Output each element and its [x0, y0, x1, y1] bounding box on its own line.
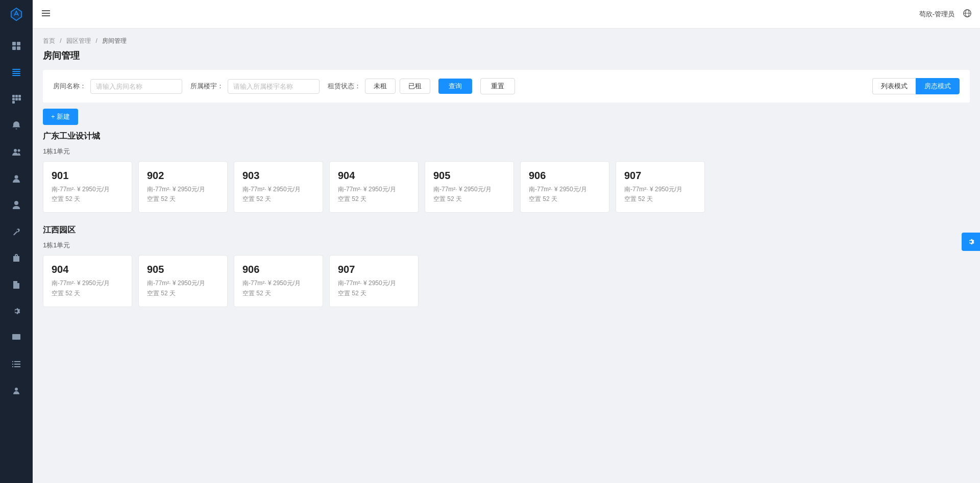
svg-rect-21 — [12, 364, 13, 365]
svg-rect-0 — [12, 42, 16, 45]
svg-rect-27 — [42, 13, 50, 14]
filter-bar: 房间名称： 所属楼宇： 租赁状态： 未租 已租 查询 重置 列表模式 房态模式 — [43, 70, 970, 103]
svg-rect-8 — [12, 95, 15, 97]
room-card[interactable]: 903南-77m²· ¥ 2950元/月空置 52 天 — [234, 161, 323, 213]
room-info: 南-77m²· ¥ 2950元/月空置 52 天 — [338, 278, 410, 298]
menu-toggle-icon[interactable] — [41, 8, 51, 20]
sidebar-item-list[interactable] — [0, 351, 33, 377]
sidebar-item-screen[interactable] — [0, 324, 33, 351]
room-info: 南-77m²· ¥ 2950元/月空置 52 天 — [242, 185, 314, 204]
room-name-input[interactable] — [90, 79, 182, 94]
room-card[interactable]: 906南-77m²· ¥ 2950元/月空置 52 天 — [520, 161, 609, 213]
room-info: 南-77m²· ¥ 2950元/月空置 52 天 — [624, 185, 696, 204]
room-card[interactable]: 907南-77m²· ¥ 2950元/月空置 52 天 — [329, 255, 419, 307]
svg-rect-7 — [12, 75, 20, 76]
status-rented-btn[interactable]: 已租 — [400, 79, 430, 94]
park-title-park1: 广东工业设计城 — [43, 131, 970, 142]
logo[interactable] — [0, 0, 33, 29]
sidebar-item-person2[interactable] — [0, 192, 33, 218]
room-card[interactable]: 901南-77m²· ¥ 2950元/月空置 52 天 — [43, 161, 132, 213]
reset-button[interactable]: 重置 — [480, 78, 515, 94]
room-card[interactable]: 904南-77m²· ¥ 2950元/月空置 52 天 — [43, 255, 132, 307]
sidebar-item-wrench[interactable] — [0, 218, 33, 245]
svg-rect-5 — [12, 71, 20, 72]
new-button[interactable]: + 新建 — [43, 109, 78, 125]
room-info: 南-77m²· ¥ 2950元/月空置 52 天 — [52, 278, 124, 298]
svg-rect-24 — [14, 366, 20, 367]
globe-icon[interactable] — [963, 9, 972, 19]
room-info: 南-77m²· ¥ 2950元/月空置 52 天 — [433, 185, 505, 204]
building-label: 所属楼宇： — [190, 82, 224, 91]
breadcrumb-sep1: / — [60, 37, 61, 44]
breadcrumb: 首页 / 园区管理 / 房间管理 — [43, 37, 970, 45]
page-title: 房间管理 — [43, 49, 970, 62]
room-mode-btn[interactable]: 房态模式 — [916, 78, 960, 94]
sidebar-item-person[interactable] — [0, 165, 33, 192]
sidebar-item-doc[interactable] — [0, 271, 33, 298]
header-left — [41, 8, 51, 20]
room-number: 902 — [147, 170, 219, 182]
parks-container: 广东工业设计城1栋1单元901南-77m²· ¥ 2950元/月空置 52 天9… — [43, 131, 970, 307]
room-card[interactable]: 906南-77m²· ¥ 2950元/月空置 52 天 — [234, 255, 323, 307]
user-name: 苟欣-管理员 — [919, 10, 954, 19]
sidebar-item-table[interactable] — [0, 59, 33, 86]
room-info: 南-77m²· ¥ 2950元/月空置 52 天 — [242, 278, 314, 298]
sidebar-item-user[interactable] — [0, 377, 33, 404]
settings-fab[interactable] — [962, 233, 980, 251]
room-number: 906 — [242, 264, 314, 275]
user-info: 苟欣-管理员 — [919, 10, 954, 19]
svg-rect-13 — [18, 98, 21, 100]
sidebar-item-users[interactable] — [0, 139, 33, 165]
room-card[interactable]: 907南-77m²· ¥ 2950元/月空置 52 天 — [616, 161, 705, 213]
list-mode-btn[interactable]: 列表模式 — [872, 78, 916, 94]
room-card[interactable]: 904南-77m²· ¥ 2950元/月空置 52 天 — [329, 161, 419, 213]
sidebar-item-bell[interactable] — [0, 112, 33, 139]
status-unrented-btn[interactable]: 未租 — [365, 79, 396, 94]
content: 首页 / 园区管理 / 房间管理 房间管理 房间名称： 所属楼宇： 租赁状态： … — [33, 29, 980, 483]
breadcrumb-sep2: / — [95, 37, 97, 44]
svg-point-17 — [15, 175, 18, 179]
room-info: 南-77m²· ¥ 2950元/月空置 52 天 — [52, 185, 124, 204]
sidebar-item-apps[interactable] — [0, 86, 33, 112]
room-card[interactable]: 905南-77m²· ¥ 2950元/月空置 52 天 — [425, 161, 514, 213]
sidebar-item-bag[interactable] — [0, 245, 33, 271]
room-number: 906 — [529, 170, 601, 182]
sidebar-item-settings[interactable] — [0, 298, 33, 324]
svg-rect-23 — [12, 366, 13, 367]
svg-rect-26 — [42, 10, 50, 11]
svg-rect-11 — [12, 98, 15, 100]
sidebar-nav — [0, 29, 33, 483]
svg-rect-10 — [18, 95, 21, 97]
unit-label-unit1: 1栋1单元 — [43, 147, 970, 156]
rental-status-filter: 租赁状态： 未租 已租 — [328, 79, 430, 94]
building-filter: 所属楼宇： — [190, 79, 320, 94]
svg-rect-3 — [17, 46, 20, 50]
main-wrapper: 苟欣-管理员 首页 / 园区管理 / 房间管理 房间管理 房间名称： 所属楼宇： — [33, 0, 980, 483]
building-input[interactable] — [228, 79, 320, 94]
park-section-park1: 广东工业设计城1栋1单元901南-77m²· ¥ 2950元/月空置 52 天9… — [43, 131, 970, 213]
sidebar-item-dashboard[interactable] — [0, 33, 33, 59]
toolbar: + 新建 — [43, 109, 970, 125]
room-number: 907 — [624, 170, 696, 182]
svg-rect-4 — [12, 69, 20, 70]
breadcrumb-home[interactable]: 首页 — [43, 37, 55, 44]
svg-rect-20 — [14, 361, 20, 362]
room-name-label: 房间名称： — [53, 82, 86, 91]
room-number: 905 — [147, 264, 219, 275]
rental-status-buttons: 未租 已租 — [365, 79, 430, 94]
unit-label-unit2: 1栋1单元 — [43, 241, 970, 250]
view-toggle: 列表模式 房态模式 — [872, 78, 960, 94]
top-header: 苟欣-管理员 — [33, 0, 980, 29]
room-card[interactable]: 902南-77m²· ¥ 2950元/月空置 52 天 — [138, 161, 228, 213]
sidebar — [0, 0, 33, 483]
svg-rect-12 — [15, 98, 18, 100]
breadcrumb-parent[interactable]: 园区管理 — [66, 37, 91, 44]
room-info: 南-77m²· ¥ 2950元/月空置 52 天 — [529, 185, 601, 204]
room-number: 901 — [52, 170, 124, 182]
room-card[interactable]: 905南-77m²· ¥ 2950元/月空置 52 天 — [138, 255, 228, 307]
query-button[interactable]: 查询 — [438, 79, 472, 94]
room-number: 905 — [433, 170, 505, 182]
svg-rect-19 — [12, 361, 13, 362]
room-number: 907 — [338, 264, 410, 275]
room-number: 904 — [338, 170, 410, 182]
